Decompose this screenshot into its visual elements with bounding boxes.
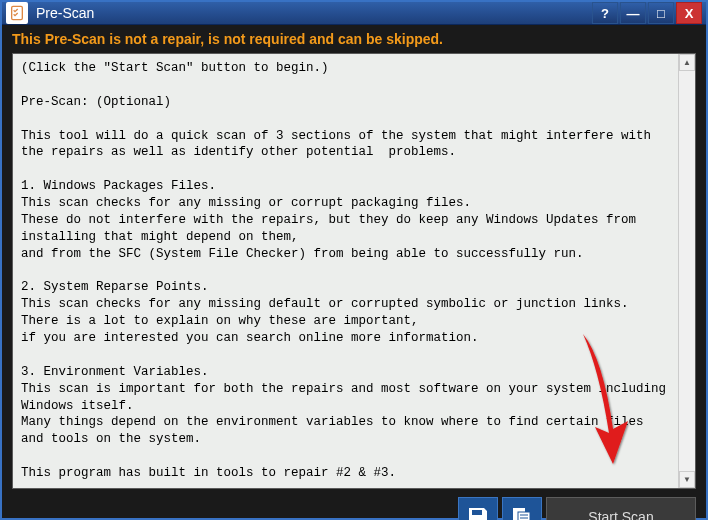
scan-output-text[interactable]: (Click the "Start Scan" button to begin.… [13,54,678,488]
start-scan-button[interactable]: Start Scan [546,497,696,520]
app-icon [6,2,28,24]
titlebar-buttons: ? — □ X [592,2,702,24]
svg-rect-2 [518,512,530,520]
close-button[interactable]: X [676,2,702,24]
vertical-scrollbar[interactable]: ▲ ▼ [678,54,695,488]
minimize-button[interactable]: — [620,2,646,24]
titlebar[interactable]: Pre-Scan ? — □ X [2,2,706,25]
copy-icon [510,505,534,520]
window-title: Pre-Scan [36,5,592,21]
copy-button[interactable] [502,497,542,520]
action-row: Start Scan [2,491,706,520]
scroll-track[interactable] [679,71,695,471]
scan-output-panel: (Click the "Start Scan" button to begin.… [12,53,696,489]
scroll-up-arrow[interactable]: ▲ [679,54,695,71]
warning-text: This Pre-Scan is not a repair, is not re… [2,25,706,49]
save-button[interactable] [458,497,498,520]
maximize-button[interactable]: □ [648,2,674,24]
help-button[interactable]: ? [592,2,618,24]
window-frame: Pre-Scan ? — □ X This Pre-Scan is not a … [0,0,708,520]
scroll-down-arrow[interactable]: ▼ [679,471,695,488]
save-icon [466,505,490,520]
